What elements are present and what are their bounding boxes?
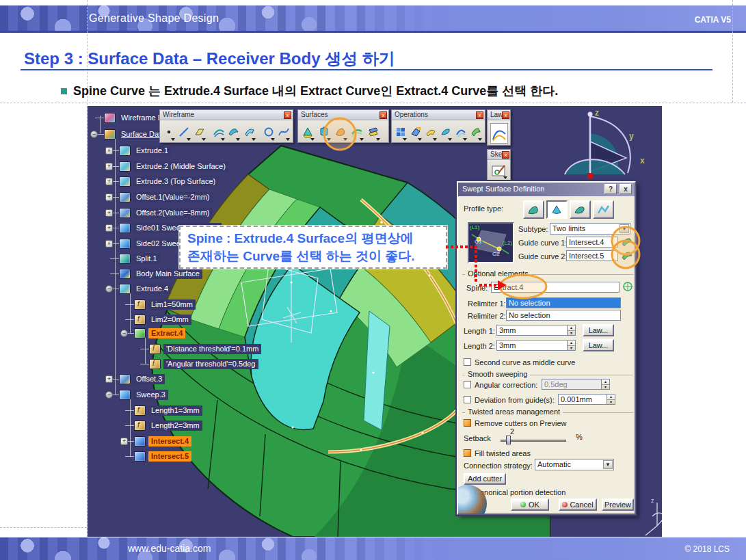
deviation-checkbox[interactable] [464, 396, 471, 403]
spine-picker-icon[interactable] [622, 281, 634, 294]
add-cutter-button[interactable]: Add cutter [464, 473, 506, 485]
tree-item-extrude1[interactable]: Extrude.1 [119, 144, 171, 157]
tree-item-lim2[interactable]: Lim2=0mm [134, 313, 191, 325]
guide-curve-2-icon[interactable] [621, 250, 633, 263]
tree-item-distance-threshold[interactable]: 'Distance threshold'=0.1mm [149, 343, 261, 355]
offset-surface-icon[interactable] [349, 123, 364, 141]
close-icon[interactable] [284, 111, 291, 119]
boundary-icon[interactable] [454, 123, 468, 141]
subtype-select[interactable]: Two limits [550, 223, 630, 235]
chevron-down-icon[interactable] [620, 224, 629, 233]
angular-correction-checkbox[interactable] [464, 381, 471, 388]
cancel-button[interactable]: Cancel [559, 498, 597, 511]
toolbar-wireframe[interactable]: Wireframe [159, 109, 293, 143]
guide-curve-1-icon[interactable] [621, 236, 633, 249]
tree-item-body-main-surface[interactable]: Body Main Surface [119, 267, 202, 280]
profile-explicit-button[interactable] [523, 200, 544, 219]
close-icon[interactable] [502, 111, 509, 119]
close-icon[interactable] [476, 111, 483, 119]
toolbar-wireframe-title[interactable]: Wireframe [160, 110, 293, 120]
relimiter-1-field[interactable]: No selection [506, 297, 621, 308]
tree-item-side02-sweep[interactable]: Side02 Sweep [119, 237, 187, 250]
close-button[interactable]: x [620, 184, 632, 194]
reflect-line-icon[interactable] [242, 123, 256, 141]
combine-icon[interactable] [227, 123, 241, 141]
length-1-field[interactable]: 3mm [496, 325, 568, 336]
toolbar-operations[interactable]: Operations [391, 109, 485, 143]
toolbar-surfaces-title[interactable]: Surfaces [298, 110, 388, 120]
expand-icon[interactable] [105, 147, 113, 155]
relimiter-2-field[interactable]: No selection [506, 310, 621, 321]
help-button[interactable]: ? [604, 184, 617, 194]
length-2-field[interactable]: 3mm [496, 340, 568, 351]
expand-icon[interactable] [105, 240, 113, 248]
extract-icon[interactable] [469, 123, 483, 141]
tree-item-intersect5[interactable]: Intersect.5 [134, 450, 191, 462]
split-icon[interactable] [424, 123, 438, 141]
collapse-icon[interactable] [90, 131, 98, 138]
tree-item-surface-data[interactable]: Surface Data [104, 128, 168, 140]
chevron-down-icon[interactable] [603, 460, 613, 469]
close-icon[interactable] [502, 151, 509, 159]
ok-button[interactable]: OK [511, 498, 549, 511]
sketch-icon[interactable] [490, 163, 508, 179]
angular-correction-field[interactable]: 0.5deg [542, 379, 602, 390]
toolbar-sketcher-title[interactable]: Ske... [488, 150, 510, 160]
plane-icon[interactable] [193, 123, 207, 141]
tree-item-offset3[interactable]: Offset.3 [119, 373, 165, 385]
toolbar-operations-title[interactable]: Operations [392, 110, 485, 120]
deviation-field[interactable]: 0.001mm [558, 394, 607, 405]
profile-line-button[interactable] [546, 200, 568, 219]
remove-cutters-checkbox[interactable] [464, 419, 471, 427]
tree-item-extrude3[interactable]: Extrude.3 (Top Surface) [119, 175, 218, 187]
expand-icon[interactable] [105, 194, 113, 201]
guide-curve-1-field[interactable]: Intersect.4 [566, 237, 618, 248]
tree-item-offset2[interactable]: Offset.2(Value=-8mm) [119, 206, 213, 219]
dialog-titlebar[interactable]: Swept Surface Definition ? x [458, 183, 635, 196]
swept-surface-definition-dialog[interactable]: Swept Surface Definition ? x Profile typ… [457, 181, 636, 515]
circle-icon[interactable] [261, 123, 275, 141]
expand-icon[interactable] [105, 163, 113, 170]
connection-strategy-select[interactable]: Automatic [535, 459, 614, 470]
collapse-icon[interactable] [105, 285, 113, 293]
trim-icon[interactable] [439, 123, 453, 141]
length-1-spinner[interactable] [568, 325, 576, 336]
law-1-button[interactable]: Law... [583, 324, 614, 336]
join-icon[interactable] [394, 123, 408, 141]
projection-icon[interactable] [212, 123, 226, 141]
multi-section-icon[interactable] [366, 123, 381, 141]
fill-twisted-checkbox[interactable] [464, 449, 471, 457]
spine-field[interactable]: Extract.4 [491, 282, 620, 293]
spline-icon[interactable] [277, 123, 291, 141]
law-icon[interactable] [490, 123, 508, 144]
expand-icon[interactable] [120, 438, 128, 445]
expand-icon[interactable] [105, 209, 113, 217]
expand-icon[interactable] [105, 375, 113, 383]
setback-slider-thumb[interactable] [506, 436, 511, 444]
angular-correction-spinner[interactable] [602, 379, 610, 390]
expand-icon[interactable] [105, 224, 113, 232]
law-2-button[interactable]: Law... [583, 339, 614, 351]
tree-item-sweep3[interactable]: Sweep.3 [119, 388, 168, 401]
toolbar-sketcher[interactable]: Ske... [487, 149, 511, 181]
extrude-icon[interactable] [300, 123, 315, 141]
toolbar-surfaces[interactable]: Surfaces [297, 109, 389, 143]
second-curve-checkbox[interactable] [464, 358, 471, 366]
tree-item-length1[interactable]: Length1=3mm [134, 404, 202, 416]
tree-item-intersect4[interactable]: Intersect.4 [134, 435, 191, 447]
toolbar-law-title[interactable]: Law [488, 110, 510, 120]
preview-button[interactable]: Preview [602, 498, 634, 511]
tree-item-offset1[interactable]: Offset.1(Value=-2mm) [119, 191, 213, 203]
tree-item-extrude2[interactable]: Extrude.2 (Middle Surface) [119, 160, 228, 172]
revolve-icon[interactable] [317, 123, 332, 141]
tree-item-lim1[interactable]: Lim1=50mm [134, 298, 196, 310]
tree-item-angular-threshold[interactable]: 'Angular threshold'=0.5deg [149, 358, 258, 370]
guide-curve-2-field[interactable]: Intersect.5 [566, 250, 618, 261]
tree-item-split1[interactable]: Split.1 [119, 252, 160, 265]
healing-icon[interactable] [409, 123, 423, 141]
tree-item-length2[interactable]: Length2=3mm [134, 419, 202, 431]
deviation-spinner[interactable] [607, 394, 615, 405]
length-2-spinner[interactable] [568, 340, 576, 351]
tree-item-extract4[interactable]: Extract.4 [134, 327, 185, 339]
profile-conic-button[interactable] [593, 200, 614, 219]
